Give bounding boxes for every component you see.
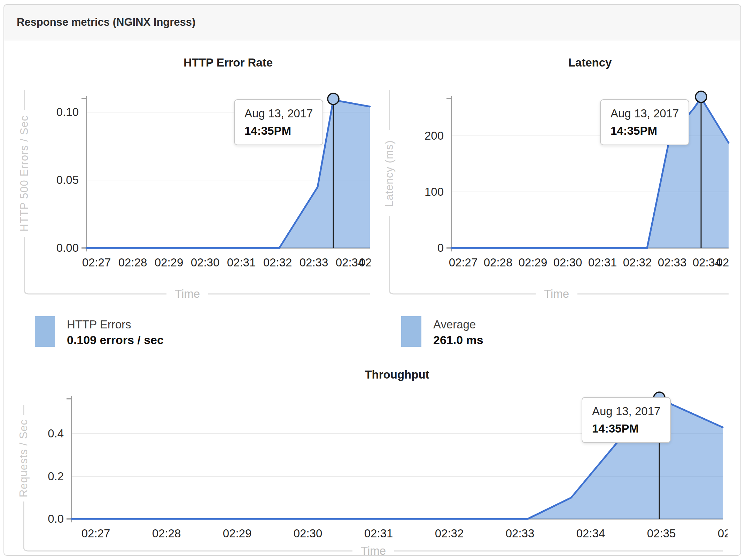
x-tick-label: 02:28 [152,526,181,541]
x-axis-title: Time [544,287,569,301]
x-axis-title: Time [175,287,200,301]
y-axis-title: Latency (ms) [383,140,396,207]
y-axis-title: HTTP 500 Errors / Sec [18,115,31,232]
x-tick-label: 02:28 [118,255,147,270]
tooltip-date: Aug 13, 2017 [592,403,660,420]
tooltip-date: Aug 13, 2017 [611,105,679,122]
hover-tooltip: Aug 13, 2017 14:35PM [600,99,689,145]
x-axis-title: Time [361,544,386,557]
x-tick-label: 02:29 [223,526,252,541]
legend-value: 0.109 errors / sec [67,332,164,348]
x-tick-label: 02:27 [449,255,478,270]
x-tick-label: 02:33 [658,255,687,270]
x-tick-row: 02:27 02:28 02:29 02:30 02:31 02:32 02:3… [4,255,371,271]
tooltip-time: 14:35PM [611,122,679,140]
x-tick-label: 02:35 [647,526,676,541]
chart-panel-latency: Latency 200 100 0 02:27 02:28 02:29 02:3… [372,42,746,311]
legend-value: 261.0 ms [433,332,483,348]
legend-swatch-http-errors [35,316,55,347]
x-tick-label: 02:32 [623,255,652,270]
y-tick-label: 0.4 [4,426,64,441]
x-tick-label: 02:30 [191,255,220,270]
legend-swatch-average [401,316,421,347]
y-tick-label: 0.2 [4,469,64,484]
hover-tooltip: Aug 13, 2017 14:35PM [582,397,671,443]
x-tick-label: 02:36 [718,526,728,541]
card-header: Response metrics (NGINX Ingress) [3,4,741,40]
x-tick-label: 02:29 [519,255,547,270]
card-title: Response metrics (NGINX Ingress) [17,16,195,29]
x-tick-label: 02:28 [484,255,513,270]
x-tick-label: 02:27 [81,526,110,541]
x-tick-label: 02:29 [155,255,184,270]
y-tick-label: 0.10 [4,104,79,120]
y-tick-label: 0 [372,240,444,256]
x-tick-row: 02:27 02:28 02:29 02:30 02:31 02:32 02:3… [4,526,728,542]
y-tick-label: 0.00 [4,240,79,256]
y-tick-label: 0.05 [4,172,79,188]
legend-label: HTTP Errors [67,317,164,332]
hover-tooltip: Aug 13, 2017 14:35PM [234,99,323,145]
x-tick-label: 02:34 [576,526,605,541]
page: Response metrics (NGINX Ingress) HTTP Er… [0,0,746,560]
x-tick-label: 02:33 [300,255,328,270]
x-tick-row: 02:27 02:28 02:29 02:30 02:31 02:32 02:3… [372,255,729,271]
tooltip-time: 14:35PM [592,420,660,437]
x-tick-label: 02:30 [294,526,323,541]
chart-panel-throughput: Throughput 0.4 0.2 0.0 02:27 02:28 02:29… [4,362,742,557]
y-tick-label: 100 [372,184,444,200]
x-tick-label: 02:35 [359,255,371,270]
x-tick-label: 02:35 [716,255,729,270]
tooltip-date: Aug 13, 2017 [244,105,313,122]
x-tick-label: 02:32 [435,526,464,541]
legend-label: Average [433,317,483,332]
x-tick-label: 02:30 [553,255,582,270]
x-tick-label: 02:31 [588,255,617,270]
x-tick-label: 02:27 [82,255,111,270]
legend-average-latency: Average 261.0 ms [401,316,483,348]
x-tick-label: 02:31 [227,255,256,270]
y-tick-label: 200 [372,128,444,143]
chart-panel-http-error-rate: HTTP Error Rate 0.10 0.05 0.00 02:27 02:… [4,42,375,311]
y-axis-title: Requests / Sec [17,419,30,497]
tooltip-time: 14:35PM [244,122,313,140]
y-tick-label: 0.0 [4,511,64,527]
x-tick-label: 02:31 [364,526,393,541]
x-tick-label: 02:33 [506,526,535,541]
legend-http-errors: HTTP Errors 0.109 errors / sec [35,316,164,348]
x-tick-label: 02:32 [263,255,292,270]
